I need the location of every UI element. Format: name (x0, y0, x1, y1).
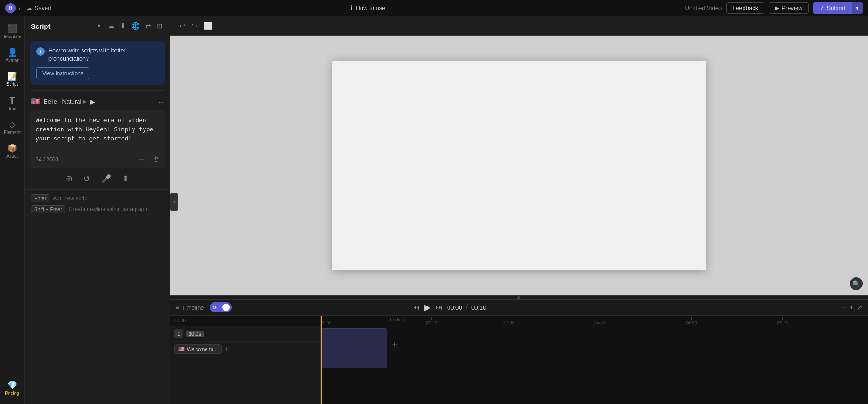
playhead[interactable] (321, 316, 322, 404)
ruler-mark-1: |00:10 (426, 317, 437, 325)
script-textarea[interactable]: Welcome to the new era of video creation… (31, 111, 164, 152)
sidebar-template-label: Template (3, 34, 21, 39)
ruler-start-time: 00:00 (170, 318, 189, 323)
sidebar: ⬛ Template 👤 Avatar 📝 Script T Text ◇ El… (0, 16, 25, 404)
total-time: 00:10 (471, 304, 486, 311)
view-instructions-button[interactable]: View instructions (36, 67, 89, 79)
track-segment-1[interactable] (321, 328, 387, 368)
zoom-in-button[interactable]: + (849, 303, 853, 311)
avatar-icon: 👤 (7, 48, 17, 57)
fullscreen-button[interactable]: ⤢ (857, 304, 863, 311)
submit-button-group: ✓ Submit ▾ (813, 2, 863, 14)
script-counter-row: 94 / 2000 ⊣⊢ ⏱ (31, 154, 164, 167)
preview-button[interactable]: ▶ Preview (769, 2, 808, 14)
pricing-icon: 💎 (7, 381, 17, 389)
sidebar-item-element[interactable]: ◇ Element (1, 117, 23, 139)
how-to-use-button[interactable]: ℹ How to use (351, 5, 385, 11)
fit-button[interactable]: ⬜ (202, 20, 214, 31)
ruler-tick (782, 317, 783, 320)
download-button[interactable]: ⬇ (119, 21, 127, 31)
ruler-mark-2: |02:10 (503, 317, 515, 325)
script-counter: 94 / 2000 (36, 156, 58, 163)
script-panel-header: Script ✦ ☁ ⬇ 🌐 ⇄ ⊞ (25, 16, 170, 36)
expand-button[interactable]: ⊞ (156, 21, 164, 31)
logo-area: H › (5, 3, 21, 13)
play-icon: ▶ (775, 5, 779, 11)
submit-label: Submit (827, 5, 845, 11)
ruler-tick (431, 317, 432, 320)
canvas-content: 🔍 (170, 36, 868, 295)
how-to-use-label: How to use (356, 5, 385, 11)
timeline-area: ≡ Timeline ⟳ ⏮ ▶ ⏭ 00:00 / 00:10 − (170, 299, 868, 404)
canvas-zoom-button[interactable]: 🔍 (850, 277, 863, 290)
timer-button[interactable]: ⏱ (153, 156, 159, 163)
topbar-right: Untitled Video Feedback ▶ Preview ✓ Subm… (685, 2, 863, 14)
add-voice-button[interactable]: + (224, 345, 228, 353)
template-icon: ⬛ (7, 25, 17, 33)
topbar: H › ☁ Saved ℹ How to use Untitled Video … (0, 0, 868, 16)
resize-handle[interactable]: ≡ (170, 295, 868, 299)
feedback-button[interactable]: Feedback (726, 2, 764, 14)
zoom-out-button[interactable]: − (841, 303, 845, 311)
toggle-circle (222, 304, 230, 311)
translate-button[interactable]: ⇄ (145, 21, 152, 31)
text-icon: T (9, 96, 15, 105)
ruler-spacer: 00:00 (170, 316, 320, 326)
flag-icon: 🇺🇸 (31, 97, 40, 106)
current-time: 00:00 (447, 304, 462, 311)
split-audio-button[interactable]: ⊣⊢ (139, 156, 150, 163)
voice-more-button[interactable]: ··· (158, 98, 164, 105)
script-panel: Script ✦ ☁ ⬇ 🌐 ⇄ ⊞ ℹ How to write script… (25, 16, 170, 404)
enter-desc: Add new script (53, 195, 89, 202)
shift-enter-desc: Create newline within paragraph (69, 206, 147, 212)
globe-button[interactable]: 🌐 (130, 21, 141, 31)
asset-icon: 📦 (7, 144, 17, 152)
undo-button[interactable]: ↩ (178, 20, 186, 31)
voice-play-button[interactable]: ▶ (90, 98, 95, 105)
add-scene-button[interactable]: ⊕ (64, 172, 74, 186)
upload-audio-button[interactable]: ⬆ (120, 172, 131, 186)
counter-buttons: ⊣⊢ ⏱ (139, 156, 159, 163)
main-area: ⬛ Template 👤 Avatar 📝 Script T Text ◇ El… (0, 16, 868, 404)
track-more-button[interactable]: ··· (208, 331, 213, 337)
sidebar-element-label: Element (4, 130, 21, 135)
microphone-button[interactable]: 🎤 (99, 172, 113, 186)
collapse-panel-button[interactable]: ‹ (170, 193, 178, 211)
sidebar-item-avatar[interactable]: 👤 Avatar (1, 45, 23, 67)
upload-button[interactable]: ☁ (107, 21, 115, 31)
timeline-label-group: ≡ Timeline (176, 304, 204, 311)
skip-back-button[interactable]: ⏮ (412, 302, 421, 312)
shortcut-enter: Enter Add new script (31, 194, 164, 202)
check-icon: ✓ (820, 5, 825, 11)
shortcut-shift-enter: Shift + Enter Create newline within para… (31, 205, 164, 213)
timeline-zoom: − + ⤢ (841, 303, 863, 311)
voice-chip-flag: 🇺🇸 (178, 346, 185, 352)
sidebar-bottom: 💎 Pricing (1, 378, 23, 399)
add-scene-timeline-button[interactable]: + (392, 338, 398, 350)
submit-caret-button[interactable]: ▾ (852, 2, 863, 14)
script-textarea-wrap: Welcome to the new era of video creation… (30, 110, 165, 168)
canvas-toolbar: ↩ ↪ ⬜ (170, 16, 868, 36)
track-duration-badge: 10.0s (186, 331, 204, 337)
history-button[interactable]: ↺ (82, 172, 92, 186)
submit-button[interactable]: ✓ Submit (813, 2, 852, 14)
timeline-icon: ≡ (176, 304, 179, 311)
sidebar-item-script[interactable]: 📝 Script (1, 68, 23, 90)
sidebar-item-asset[interactable]: 📦 Asset (1, 140, 23, 162)
canvas-area: ↩ ↪ ⬜ 🔍 ≡ ≡ Timeline ⟳ (170, 16, 868, 404)
script-toolbar: ✦ ☁ ⬇ 🌐 ⇄ ⊞ (95, 21, 164, 31)
redo-button[interactable]: ↪ (190, 20, 199, 31)
canvas-slide (332, 61, 706, 270)
voice-name-button[interactable]: Belle - Natural ▶ (44, 98, 87, 105)
sidebar-script-label: Script (6, 82, 18, 87)
play-button[interactable]: ▶ (424, 302, 431, 312)
skip-forward-button[interactable]: ⏭ (434, 302, 444, 312)
sidebar-item-text[interactable]: T Text (1, 92, 23, 115)
timeline-toggle[interactable]: ⟳ (210, 302, 232, 312)
sidebar-item-pricing[interactable]: 💎 Pricing (1, 378, 23, 399)
brightness-button[interactable]: ✦ (95, 21, 103, 31)
timeline-main: 00:00 |00:10 |02:10 (321, 316, 868, 404)
element-icon: ◇ (9, 120, 16, 129)
sidebar-item-template[interactable]: ⬛ Template (1, 21, 23, 43)
script-panel-title: Script (31, 22, 51, 30)
